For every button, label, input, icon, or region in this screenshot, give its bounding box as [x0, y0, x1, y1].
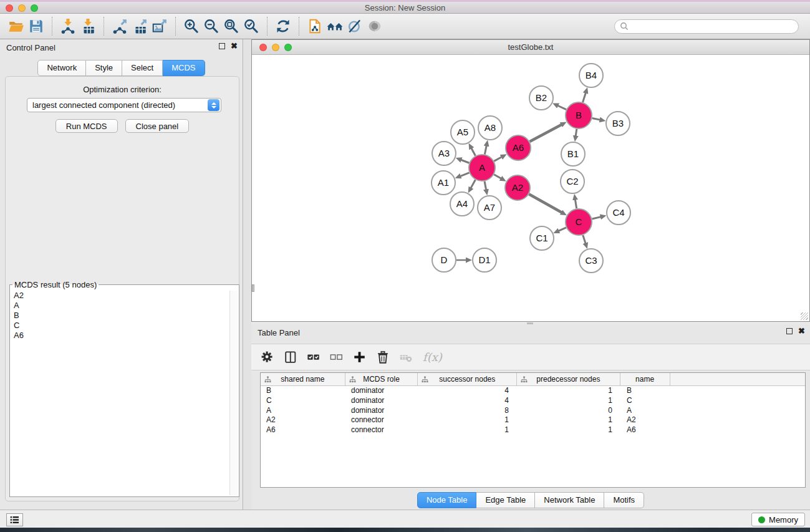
- toolbar-button-home[interactable]: [325, 16, 345, 36]
- edge-A-A8[interactable]: [485, 145, 486, 154]
- close-panel-button[interactable]: Close panel: [125, 119, 190, 133]
- tab-motifs[interactable]: Motifs: [604, 492, 644, 508]
- edge-B-B3[interactable]: [592, 118, 600, 120]
- float-table-panel-icon[interactable]: [786, 328, 793, 334]
- tab-network-table[interactable]: Network Table: [535, 492, 604, 508]
- graph-node-A2[interactable]: A2: [505, 175, 530, 200]
- toolbar-button-import-network[interactable]: [58, 16, 78, 36]
- canvas-edge-grip[interactable]: [252, 284, 254, 292]
- table-toolbar-show-column-pane-button[interactable]: [283, 350, 298, 365]
- edge-B-B1[interactable]: [576, 129, 577, 137]
- edge-A-A7[interactable]: [485, 181, 486, 190]
- edge-A2-C[interactable]: [529, 194, 562, 213]
- network-canvas[interactable]: B4B2BB3A5A8A6B1A3AA1C2A2A4A7C4CC1C3DD1: [252, 55, 809, 321]
- graph-node-B2[interactable]: B2: [529, 86, 553, 110]
- toolbar-button-network-document[interactable]: [305, 16, 325, 36]
- search-field[interactable]: [614, 19, 799, 34]
- column-header-successor-nodes[interactable]: successor nodes: [418, 373, 517, 385]
- graph-node-C2[interactable]: C2: [561, 170, 584, 193]
- edge-B-B2[interactable]: [557, 105, 566, 109]
- task-history-button[interactable]: [6, 513, 23, 526]
- result-list-scrollbar[interactable]: [229, 291, 238, 495]
- result-list-item[interactable]: B: [11, 311, 238, 321]
- result-list-item[interactable]: A: [11, 301, 238, 311]
- graph-node-A7[interactable]: A7: [478, 196, 501, 220]
- column-header-name[interactable]: name: [620, 373, 670, 385]
- edge-A6-B[interactable]: [530, 125, 562, 142]
- panel-splitter[interactable]: [244, 39, 251, 510]
- toolbar-button-save-session[interactable]: [26, 16, 46, 36]
- tab-select[interactable]: Select: [122, 60, 163, 76]
- toolbar-button-zoom-out[interactable]: [201, 16, 221, 36]
- table-toolbar-delete-button[interactable]: [375, 350, 390, 365]
- toolbar-button-apply-layout[interactable]: [273, 16, 293, 36]
- edge-A-A6[interactable]: [494, 157, 501, 161]
- edge-C-C2[interactable]: [575, 200, 576, 209]
- edge-A-A1[interactable]: [460, 173, 469, 177]
- edge-A-A5[interactable]: [471, 148, 476, 155]
- graph-node-A6[interactable]: A6: [506, 135, 531, 160]
- graph-node-A8[interactable]: A8: [478, 116, 502, 140]
- criterion-select[interactable]: largest connected component (directed): [27, 98, 221, 112]
- table-row[interactable]: Cdominator41C: [261, 396, 805, 406]
- toolbar-button-export-image[interactable]: [150, 16, 170, 36]
- graph-node-C[interactable]: C: [566, 209, 592, 235]
- tab-network[interactable]: Network: [37, 60, 86, 76]
- toolbar-button-export-table[interactable]: [130, 16, 150, 36]
- toolbar-button-eye[interactable]: [365, 16, 385, 36]
- edge-C-C1[interactable]: [559, 228, 566, 231]
- window-resize-grip[interactable]: [801, 312, 808, 320]
- close-table-panel-icon[interactable]: ✖: [798, 328, 805, 334]
- tab-style[interactable]: Style: [86, 60, 122, 76]
- table-toolbar-column-settings-button[interactable]: [260, 350, 275, 365]
- graph-node-C1[interactable]: C1: [530, 226, 554, 250]
- table-row[interactable]: A2connector11A2: [261, 415, 805, 425]
- column-header-shared-name[interactable]: shared name: [261, 373, 345, 385]
- close-panel-icon[interactable]: ✖: [231, 43, 238, 49]
- edge-C-C4[interactable]: [592, 217, 600, 219]
- toolbar-button-level-of-detail[interactable]: [345, 16, 365, 36]
- graph-node-A1[interactable]: A1: [432, 171, 455, 195]
- search-input[interactable]: [631, 22, 793, 31]
- graph-node-A3[interactable]: A3: [432, 142, 456, 165]
- graph-node-B4[interactable]: B4: [579, 64, 603, 87]
- graph-node-D[interactable]: D: [432, 248, 456, 272]
- tab-mcds[interactable]: MCDS: [163, 60, 205, 76]
- table-toolbar-select-all-button[interactable]: [306, 350, 321, 365]
- mcds-result-list[interactable]: A2ABCA6: [11, 291, 238, 495]
- graph-node-A4[interactable]: A4: [450, 192, 474, 216]
- column-header-MCDS-role[interactable]: MCDS role: [345, 373, 418, 385]
- graph-node-A5[interactable]: A5: [451, 120, 475, 144]
- edge-A-A4[interactable]: [471, 180, 475, 188]
- toolbar-button-import-table[interactable]: [78, 16, 98, 36]
- table-row[interactable]: Bdominator41B: [261, 386, 805, 396]
- graph-node-C4[interactable]: C4: [607, 201, 630, 225]
- tab-node-table[interactable]: Node Table: [417, 492, 477, 508]
- graph-node-B1[interactable]: B1: [561, 142, 585, 166]
- node-table[interactable]: shared nameMCDS rolesuccessor nodesprede…: [260, 372, 806, 488]
- graph-node-B[interactable]: B: [566, 102, 592, 128]
- column-header-predecessor-nodes[interactable]: predecessor nodes: [517, 373, 620, 385]
- memory-button[interactable]: Memory: [751, 513, 805, 526]
- graph-node-D1[interactable]: D1: [473, 248, 496, 272]
- toolbar-button-zoom-selected[interactable]: [241, 16, 261, 36]
- graph-node-C3[interactable]: C3: [579, 249, 603, 273]
- run-mcds-button[interactable]: Run MCDS: [55, 119, 118, 133]
- edge-B-B4[interactable]: [583, 93, 586, 102]
- table-row[interactable]: A6connector11A6: [261, 425, 805, 435]
- toolbar-button-zoom-in[interactable]: [181, 16, 201, 36]
- graph-node-A[interactable]: A: [469, 155, 495, 181]
- edge-C-C3[interactable]: [583, 235, 586, 243]
- toolbar-button-export-network[interactable]: [110, 16, 130, 36]
- float-panel-icon[interactable]: [219, 43, 225, 49]
- toolbar-button-zoom-fit[interactable]: [221, 16, 241, 36]
- table-toolbar-add-button[interactable]: [352, 350, 367, 365]
- table-row[interactable]: Adominator80A: [261, 406, 805, 416]
- edge-A-A3[interactable]: [461, 160, 469, 163]
- result-list-item[interactable]: A2: [11, 291, 238, 301]
- edge-A-A2[interactable]: [494, 175, 501, 179]
- graph-node-B3[interactable]: B3: [606, 112, 630, 135]
- result-list-item[interactable]: C: [11, 321, 238, 331]
- table-toolbar-deselect-all-button[interactable]: [329, 350, 344, 365]
- network-graph[interactable]: B4B2BB3A5A8A6B1A3AA1C2A2A4A7C4CC1C3DD1: [252, 55, 809, 321]
